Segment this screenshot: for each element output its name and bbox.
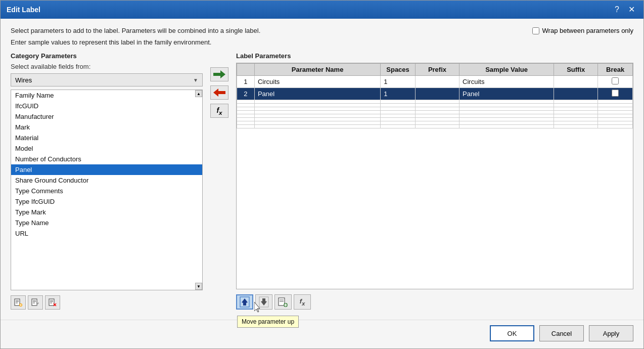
list-item[interactable]: Material [11, 133, 202, 143]
svg-rect-0 [15, 299, 20, 306]
table-row-empty [237, 111, 633, 114]
edit-label-dialog: Edit Label ? ✕ Select parameters to add … [0, 0, 644, 349]
list-item[interactable]: Number of Conductors [11, 154, 202, 164]
arrow-left-icon [213, 88, 225, 98]
apply-button[interactable]: Apply [589, 325, 633, 341]
list-item-panel[interactable]: Panel [11, 164, 202, 175]
wrap-option-container: Wrap between parameters only [532, 27, 633, 34]
cancel-button[interactable]: Cancel [539, 325, 584, 341]
add-to-label-button[interactable] [210, 67, 228, 81]
row-break-cell [598, 76, 633, 88]
move-param-up-button[interactable]: Move parameter up [236, 294, 253, 310]
col-header-break: Break [598, 64, 633, 76]
category-bottom-icons [11, 293, 203, 312]
help-button[interactable]: ? [612, 5, 622, 15]
table-row-empty [237, 114, 633, 118]
table-row-empty [237, 121, 633, 125]
table-row-empty [237, 104, 633, 107]
svg-rect-7 [32, 299, 37, 306]
move-param-down-button[interactable] [255, 294, 272, 310]
category-params-title: Category Parameters [11, 52, 203, 60]
formula-button[interactable]: fx [210, 104, 228, 118]
label-table-container: Parameter Name Spaces Prefix Sample Valu… [236, 63, 633, 289]
formula-label-icon: fx [300, 297, 305, 307]
table-row-empty [237, 100, 633, 104]
title-bar: Edit Label ? ✕ [1, 1, 643, 19]
row-prefix [415, 88, 459, 100]
svg-rect-17 [213, 73, 221, 76]
table-row[interactable]: 1 Circuits 1 Circuits [237, 76, 633, 88]
label-toolbar: Move parameter up [236, 292, 633, 312]
col-header-prefix: Prefix [415, 64, 459, 76]
list-item[interactable]: Manufacturer [11, 111, 202, 122]
formula-label-button[interactable]: fx [294, 294, 311, 310]
svg-marker-18 [220, 70, 225, 78]
svg-rect-19 [217, 91, 225, 94]
scroll-up-button[interactable]: ▲ [195, 90, 202, 97]
row-break-checkbox[interactable] [612, 77, 619, 84]
dropdown-value: Wires [15, 76, 32, 84]
ok-button[interactable]: OK [490, 325, 534, 341]
row-param-name: Panel [254, 88, 380, 100]
category-dropdown[interactable]: Wires ▼ [11, 73, 203, 86]
category-list-scroll[interactable]: Family Name IfcGUID Manufacturer Mark Ma… [11, 90, 202, 290]
svg-marker-20 [213, 89, 218, 97]
table-row-empty [237, 118, 633, 121]
list-item[interactable]: Mark [11, 122, 202, 133]
row-break-checkbox[interactable] [612, 90, 619, 97]
select-fields-label: Select available fields from: [11, 63, 203, 70]
list-item[interactable]: Share Ground Conductor [11, 175, 202, 186]
col-header-name: Parameter Name [254, 64, 380, 76]
col-header-num [237, 64, 255, 76]
row-break-cell [598, 88, 633, 100]
row-param-name: Circuits [254, 76, 380, 88]
row-suffix [554, 76, 598, 88]
table-row-empty [237, 107, 633, 111]
new-param-icon [14, 298, 22, 307]
move-up-icon [240, 296, 250, 308]
table-row-selected[interactable]: 2 Panel 1 Panel [237, 88, 633, 100]
chevron-down-icon: ▼ [193, 77, 198, 83]
list-item[interactable]: Type Name [11, 217, 202, 228]
label-table: Parameter Name Spaces Prefix Sample Valu… [237, 63, 633, 128]
wrap-checkbox[interactable] [532, 27, 539, 34]
edit-param-button[interactable] [28, 295, 43, 310]
row-number: 1 [237, 76, 255, 88]
dialog-body: Select parameters to add to the label. P… [1, 19, 643, 320]
right-panel: Label Parameters Parameter Name Spaces P… [236, 52, 633, 312]
scroll-down-button[interactable]: ▼ [195, 283, 202, 290]
col-header-spaces: Spaces [381, 64, 416, 76]
dialog-footer: OK Cancel Apply [1, 320, 643, 348]
row-suffix [554, 88, 598, 100]
main-content: Category Parameters Select available fie… [11, 52, 633, 312]
list-item[interactable]: Family Name [11, 90, 202, 101]
row-spaces: 1 [381, 76, 416, 88]
row-prefix [415, 76, 459, 88]
title-bar-controls: ? ✕ [612, 5, 637, 15]
list-item[interactable]: URL [11, 228, 202, 239]
add-label-param-icon [278, 296, 288, 308]
formula-icon: fx [216, 106, 222, 116]
new-param-button[interactable] [11, 295, 26, 310]
arrow-right-icon [213, 69, 225, 79]
add-label-param-button[interactable] [274, 294, 292, 310]
list-item[interactable]: Model [11, 143, 202, 154]
edit-param-icon [31, 298, 39, 307]
category-list-container: Family Name IfcGUID Manufacturer Mark Ma… [11, 90, 203, 290]
list-item[interactable]: Type IfcGUID [11, 196, 202, 207]
delete-param-button[interactable] [45, 295, 60, 310]
list-item[interactable]: Type Mark [11, 207, 202, 217]
wrap-label: Wrap between parameters only [542, 27, 633, 34]
row-number: 2 [237, 88, 255, 100]
list-item[interactable]: Type Comments [11, 186, 202, 196]
center-panel: fx [207, 52, 232, 312]
list-item[interactable]: IfcGUID [11, 101, 202, 111]
label-params-title: Label Parameters [236, 52, 633, 60]
svg-rect-11 [49, 299, 54, 306]
dialog-title: Edit Label [7, 6, 40, 14]
remove-from-label-button[interactable] [210, 85, 228, 100]
table-row-empty [237, 125, 633, 128]
close-button[interactable]: ✕ [626, 5, 637, 15]
left-panel: Category Parameters Select available fie… [11, 52, 203, 312]
row-sample-value: Circuits [459, 76, 554, 88]
